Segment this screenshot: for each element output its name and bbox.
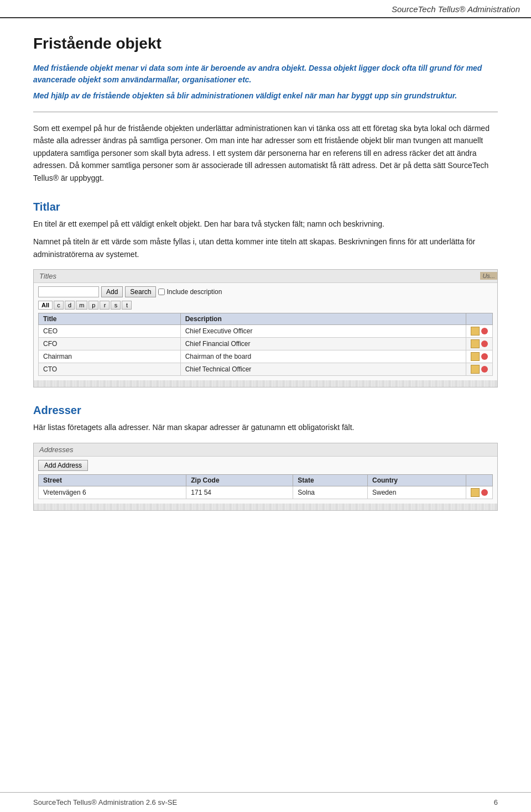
addresses-col-street: Street [39,474,186,486]
include-description-label[interactable]: Include description [158,288,222,296]
action-cell [466,338,493,350]
action-cell [466,363,493,376]
delete-icon[interactable] [481,353,488,360]
edit-icon[interactable] [471,488,480,497]
letter-btn-r[interactable]: r [100,301,110,310]
letter-btn-all[interactable]: All [38,301,53,310]
title-cell: CTO [39,363,181,376]
titles-col-description: Description [180,313,466,325]
footer-left: SourceTech Tellus® Administration 2.6 sv… [33,798,177,806]
letter-btn-t[interactable]: t [122,301,132,310]
addresses-col-country: Country [368,474,466,486]
title-cell: CFO [39,338,181,350]
titles-screenshot: Titles Us... Add Search Include descript… [33,269,498,387]
action-cell [466,325,493,338]
row-actions [471,488,488,497]
edit-icon[interactable] [471,339,480,348]
addresses-col-zip: Zip Code [186,474,293,486]
titles-add-button[interactable]: Add [101,286,123,297]
action-cell [466,486,493,499]
country-cell: Sweden [368,486,466,499]
zip-cell: 171 54 [186,486,293,499]
footer-page-number: 6 [494,798,498,806]
description-cell: Chief Technical Officer [180,363,466,376]
delete-icon[interactable] [481,489,488,496]
page-title: Fristående objekt [33,35,498,53]
body-para-1: Som ett exempel på hur de fristående obj… [33,122,498,184]
header-title: SourceTech Tellus® Administration [392,4,520,14]
table-row: CTO Chief Technical Officer [39,363,493,376]
letter-btn-m[interactable]: m [76,301,87,310]
letter-btn-d[interactable]: d [65,301,75,310]
torn-edge-addresses [34,504,497,510]
addresses-screenshot: Addresses Add Address Street Zip Code St… [33,443,498,511]
delete-icon[interactable] [481,328,488,334]
intro-para-1: Med fristående objekt menar vi data som … [33,62,498,86]
torn-edge-titles [34,380,497,387]
addresses-col-state: State [293,474,368,486]
titles-table: Title Description CEO Chief Executive Of… [38,313,493,376]
row-actions [471,365,488,374]
addresses-table: Street Zip Code State Country Vretenväge… [38,474,493,499]
titles-desc-1: En titel är ett exempel på ett väldigt e… [33,218,498,230]
state-cell: Solna [293,486,368,499]
titles-ui-body: Add Search Include description All c d m… [34,283,497,380]
titles-col-title: Title [39,313,181,325]
delete-icon[interactable] [481,366,488,373]
row-actions [471,352,488,361]
description-cell: Chairman of the board [180,350,466,363]
edit-icon[interactable] [471,352,480,361]
footer: SourceTech Tellus® Administration 2.6 sv… [0,792,531,812]
titles-desc-2: Namnet på titeln är ett värde som måste … [33,235,498,260]
title-cell: Chairman [39,350,181,363]
description-cell: Chief Executive Officer [180,325,466,338]
letter-btn-s[interactable]: s [111,301,121,310]
action-cell [466,350,493,363]
add-address-button[interactable]: Add Address [38,460,88,471]
letter-filter-bar: All c d m p r s t [38,301,493,310]
intro-section: Med fristående objekt menar vi data som … [33,62,498,102]
us-label: Us... [480,272,497,280]
table-row: CEO Chief Executive Officer [39,325,493,338]
edit-icon[interactable] [471,365,480,374]
header: SourceTech Tellus® Administration [0,0,531,18]
addresses-desc: Här listas företagets alla adresser. När… [33,421,498,433]
intro-para-2: Med hjälp av de fristående objekten så b… [33,90,498,102]
titles-col-actions [466,313,493,325]
table-row: CFO Chief Financial Officer [39,338,493,350]
titles-search-input[interactable] [38,286,99,297]
titles-heading: Titlar [33,201,498,213]
description-cell: Chief Financial Officer [180,338,466,350]
street-cell: Vretenvägen 6 [39,486,186,499]
titles-window-title: Titles Us... [34,270,497,283]
addresses-window-title: Addresses [34,443,497,457]
addresses-col-actions [466,474,493,486]
addresses-heading: Adresser [33,404,498,417]
section-divider [33,112,498,112]
row-actions [471,327,488,336]
title-cell: CEO [39,325,181,338]
include-description-checkbox[interactable] [158,289,165,295]
delete-icon[interactable] [481,340,488,347]
table-row: Vretenvägen 6 171 54 Solna Sweden [39,486,493,499]
titles-toolbar: Add Search Include description [38,286,493,297]
main-content: Fristående objekt Med fristående objekt … [0,18,531,549]
addresses-ui-body: Add Address Street Zip Code State Countr… [34,457,497,504]
table-row: Chairman Chairman of the board [39,350,493,363]
letter-btn-p[interactable]: p [88,301,98,310]
letter-btn-c[interactable]: c [54,301,64,310]
row-actions [471,339,488,348]
titles-search-button[interactable]: Search [125,286,156,297]
edit-icon[interactable] [471,327,480,336]
